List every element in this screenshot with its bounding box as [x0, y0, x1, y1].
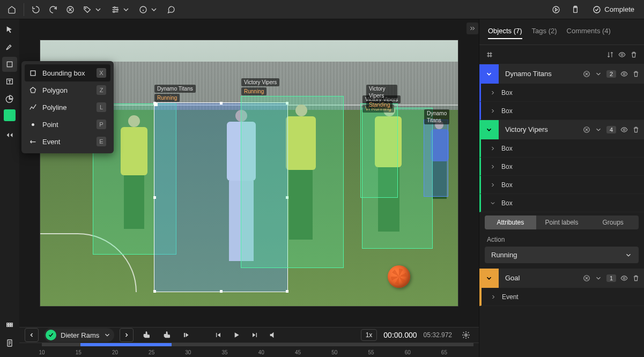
skip-forward-button[interactable]: [247, 328, 262, 343]
eye-icon[interactable]: [620, 70, 628, 78]
object-group-header[interactable]: Victory Vipers 4: [479, 120, 644, 139]
text-tool[interactable]: [2, 74, 17, 89]
object-child[interactable]: Box: [479, 102, 644, 120]
user-avatar-icon: [46, 330, 56, 340]
timeline-tick: 55: [368, 349, 374, 355]
volume-button[interactable]: [265, 328, 280, 343]
thumbs-up-button[interactable]: [159, 328, 174, 343]
object-child[interactable]: Event: [479, 288, 644, 306]
visibility-all-icon[interactable]: [618, 51, 626, 58]
tab-objects[interactable]: Objects (7): [488, 27, 522, 39]
tool-label: Polyline: [42, 103, 91, 111]
bbox-attr: Running: [241, 87, 267, 95]
redo-button[interactable]: [46, 2, 61, 17]
comment-button[interactable]: [164, 2, 179, 17]
child-label: Box: [501, 199, 513, 207]
speed-selector[interactable]: 1x: [361, 329, 377, 341]
object-group-header[interactable]: Dynamo Titans 2: [479, 64, 644, 84]
eye-icon[interactable]: [620, 274, 628, 282]
bbox[interactable]: Victory Vipers Standing: [360, 103, 398, 198]
tool-polyline[interactable]: Polyline L: [25, 99, 110, 116]
collapse-panel-button[interactable]: [467, 23, 478, 34]
child-label: Event: [502, 293, 519, 301]
undo-button[interactable]: [28, 2, 43, 17]
sort-icon[interactable]: [606, 51, 614, 58]
brush-tool[interactable]: [2, 40, 17, 55]
timeline-tick: 40: [258, 349, 264, 355]
clipboard-button[interactable]: [568, 2, 583, 17]
timeline[interactable]: 101520253035404550556065: [19, 343, 479, 357]
child-label: Box: [501, 145, 513, 152]
complete-button[interactable]: Complete: [587, 3, 640, 16]
grid-tool[interactable]: [2, 318, 17, 333]
svg-point-19: [623, 129, 625, 131]
tool-polygon[interactable]: Polygon Z: [25, 81, 110, 99]
tool-label: Point: [42, 121, 91, 129]
chevron-down-icon[interactable]: [595, 274, 602, 282]
tab-tags[interactable]: Tags (2): [532, 27, 557, 39]
left-toolbar: Bounding box X Polygon Z Polyline L Poin…: [0, 19, 19, 357]
next-user-button[interactable]: [120, 328, 134, 342]
settings-gear-button[interactable]: [458, 328, 473, 343]
object-child[interactable]: Box: [479, 176, 644, 194]
bbox[interactable]: Victory Vipers Running: [241, 96, 344, 268]
settings-dropdown[interactable]: [108, 2, 134, 17]
attr-tab-attributes[interactable]: Attributes: [485, 215, 536, 229]
skip-back-button[interactable]: [211, 328, 226, 343]
bbox[interactable]: Dynamo Titans: [424, 120, 448, 197]
reset-button[interactable]: [63, 2, 78, 17]
timeline-tick: 25: [149, 349, 154, 355]
cursor-tool[interactable]: [2, 23, 17, 38]
svg-point-14: [465, 334, 467, 336]
timeline-tick: 65: [441, 349, 447, 355]
object-count: 1: [606, 274, 616, 282]
next-task-button[interactable]: [549, 2, 564, 17]
user-chip[interactable]: Dieter Rams: [44, 328, 114, 342]
object-child[interactable]: Box: [479, 139, 644, 158]
tool-bounding-box[interactable]: Bounding box X: [25, 64, 110, 81]
chevron-down-icon[interactable]: [595, 70, 602, 78]
delete-all-icon[interactable]: [630, 51, 638, 58]
attr-tab-pointlabels[interactable]: Point labels: [536, 215, 588, 229]
bbox-tool[interactable]: [2, 57, 17, 72]
filter-icon[interactable]: [486, 51, 493, 58]
chevron-down-icon[interactable]: [595, 126, 602, 133]
shape-tool[interactable]: [2, 91, 17, 106]
object-child[interactable]: Box: [479, 84, 644, 102]
playback-bar: Dieter Rams 1x 00:00.000 05:32.972: [19, 327, 479, 343]
object-child[interactable]: Box: [479, 194, 644, 212]
color-swatch[interactable]: [4, 109, 16, 121]
trash-icon[interactable]: [632, 70, 640, 78]
svg-point-15: [621, 54, 623, 56]
tool-event[interactable]: Event E: [25, 133, 110, 150]
tab-comments[interactable]: Comments (4): [567, 27, 611, 39]
tool-point[interactable]: Point P: [25, 116, 110, 133]
tool-shortcut: E: [97, 137, 106, 146]
svg-point-8: [594, 6, 600, 13]
attribute-select[interactable]: Running: [485, 247, 639, 263]
tags-dropdown[interactable]: [80, 2, 106, 17]
fast-forward-button[interactable]: [180, 328, 195, 343]
info-dropdown[interactable]: [136, 2, 161, 17]
timeline-tick: 50: [331, 349, 337, 355]
home-button[interactable]: [4, 2, 19, 17]
attribute-field-label: Action: [479, 233, 644, 244]
tool-shortcut: L: [97, 102, 106, 112]
object-count: 2: [606, 70, 616, 78]
clear-icon[interactable]: [583, 274, 590, 282]
object-group-header[interactable]: Goal 1: [479, 269, 644, 288]
prev-user-button[interactable]: [25, 328, 39, 342]
eye-icon[interactable]: [620, 126, 628, 133]
doc-tool[interactable]: [2, 336, 17, 351]
clear-icon[interactable]: [583, 70, 590, 78]
thumbs-down-button[interactable]: [139, 328, 154, 343]
timeline-tick: 45: [295, 349, 301, 355]
trash-icon[interactable]: [632, 126, 640, 133]
attr-tab-groups[interactable]: Groups: [587, 215, 639, 229]
play-button[interactable]: [229, 328, 244, 343]
child-label: Box: [501, 89, 513, 96]
clear-icon[interactable]: [583, 126, 590, 133]
trash-icon[interactable]: [632, 274, 640, 282]
object-child[interactable]: Box: [479, 158, 644, 176]
prev-frame-tool[interactable]: [2, 128, 17, 143]
